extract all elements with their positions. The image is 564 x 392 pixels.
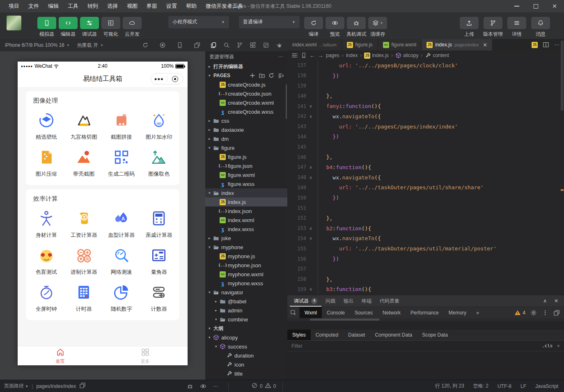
devtools-settings-button[interactable] [530, 309, 537, 316]
tree-item-@babel[interactable]: ▸ @babel [205, 297, 287, 306]
action-上传[interactable]: 上传 [457, 17, 481, 38]
devtools-scrollbar[interactable] [287, 318, 564, 321]
tool-计数器[interactable]: 计数器 [140, 279, 178, 316]
tool-随机数字[interactable]: 随机数字 [103, 279, 140, 316]
toggle-模拟器[interactable]: 模拟器 [36, 17, 57, 38]
editor-tab-figure.wxml[interactable]: <> figure.wxml [378, 39, 422, 50]
pages-plus-button[interactable] [249, 72, 256, 79]
tree-item-createQrcode.js[interactable]: JScreateQrcode.js [205, 80, 287, 89]
fold-chevron-icon[interactable]: ∨ [306, 114, 315, 119]
styles-tab-Scope Data[interactable]: Scope Data [417, 330, 453, 340]
activity-search[interactable] [223, 42, 230, 48]
tree-item-figure.wxml[interactable]: <>figure.wxml [205, 170, 287, 179]
devtools-menu-button[interactable] [542, 309, 548, 316]
status-JavaScript[interactable]: JavaScript [535, 383, 558, 389]
explorer-scrollbar[interactable] [286, 84, 287, 119]
tool-图片加水印[interactable]: 图片加水印 [140, 107, 178, 144]
tree-item-alicopy[interactable]: ▾ alicopy [205, 333, 287, 342]
tool-精选壁纸[interactable]: 精选壁纸 [28, 107, 65, 144]
tab-更多[interactable]: 更多 [103, 346, 188, 365]
statusbar-preview-icon[interactable] [200, 383, 206, 390]
tool-截图拼接[interactable]: 截图拼接 [103, 107, 140, 144]
activity-files[interactable] [210, 42, 217, 48]
crumb-pages[interactable]: pages [326, 53, 339, 58]
status-空格-2[interactable]: 空格: 2 [473, 383, 488, 390]
editor-scrollbar[interactable] [560, 39, 564, 273]
tree-item-myphone.js[interactable]: JSmyphone.js [205, 252, 287, 261]
pages-section[interactable]: ▾ PAGES [205, 71, 287, 80]
tree-item-myphone.wxml[interactable]: <>myphone.wxml [205, 270, 287, 279]
explorer-more-icon[interactable]: ⋯ [278, 54, 283, 60]
tree-item-combine[interactable]: ▾ combine [205, 315, 287, 324]
menu-视图[interactable]: 视图 [122, 0, 142, 12]
fold-chevron-icon[interactable]: ∨ [306, 165, 315, 170]
status-LF[interactable]: LF [520, 383, 526, 389]
sim-phone-button[interactable] [177, 42, 183, 48]
tree-item-myphone.wxss[interactable]: ʒmyphone.wxss [205, 279, 287, 288]
debugger-tab-调试器[interactable]: 调试器4 [290, 295, 321, 307]
devtools-tab-Memory[interactable]: Memory [444, 307, 471, 318]
tree-item-dm[interactable]: ▸ dm [205, 134, 287, 143]
tool-图像取色[interactable]: 图像取色 [140, 144, 178, 181]
tool-量角器[interactable]: 量角器 [140, 242, 178, 279]
sim-record-button[interactable] [159, 42, 166, 48]
tree-item-joke[interactable]: ▸ joke [205, 234, 287, 243]
tree-item-index.wxss[interactable]: ʒindex.wxss [205, 225, 287, 234]
wxml-element-tree[interactable] [287, 321, 564, 330]
action-详情[interactable]: 详情 [505, 17, 529, 38]
tree-item-createQrcode.wxss[interactable]: ʒcreateQrcode.wxss [205, 107, 287, 116]
devtools-more-tabs[interactable]: » [471, 307, 484, 318]
activity-extensions[interactable] [250, 42, 256, 48]
styles-tab-Component Data[interactable]: Component Data [370, 330, 417, 340]
tree-item-css[interactable]: ▸ css [205, 116, 287, 125]
editor-tab-figure.js[interactable]: JS figure.js [342, 39, 378, 50]
tree-item-index.json[interactable]: {..}index.json [205, 206, 287, 215]
toggle-云开发[interactable]: 云开发 [122, 17, 143, 38]
menu-编辑[interactable]: 编辑 [44, 0, 63, 12]
hot-reload-toggle[interactable]: 热重载 开 [77, 42, 98, 49]
sim-windows-button[interactable] [194, 42, 200, 48]
tool-网络测速[interactable]: 网络测速 [103, 242, 140, 279]
tree-item-createQrcode.json[interactable]: {..}createQrcode.json [205, 89, 287, 98]
tool-生成二维码[interactable]: 生成二维码 [103, 144, 140, 181]
toggle-可视化[interactable]: 可视化 [100, 17, 122, 38]
debugger-tab-代码质量[interactable]: 代码质量 [376, 295, 404, 307]
more-menu-button[interactable]: ●●● [151, 76, 167, 81]
fold-chevron-icon[interactable]: ∨ [306, 104, 315, 108]
sim-rotate-button[interactable] [142, 42, 149, 48]
tree-item-index.wxml[interactable]: <>index.wxml [205, 215, 287, 225]
tree-item-navigator[interactable]: ▾ navigator [205, 288, 287, 297]
action-真机调试[interactable]: 真机调试 [346, 17, 367, 38]
tree-item-figure.wxss[interactable]: ʒfigure.wxss [205, 179, 287, 188]
devtools-tab-Console[interactable]: Console [322, 307, 350, 318]
styles-tab-Dataset[interactable]: Dataset [343, 330, 370, 340]
action-消息[interactable]: 消息 [529, 17, 553, 38]
tree-item-icon[interactable]: icon [205, 360, 287, 369]
add-style-button[interactable]: + [557, 343, 560, 349]
pages-refresh-button[interactable] [268, 72, 275, 79]
action-编译[interactable]: 编译 [303, 17, 324, 38]
debugger-tab-输出[interactable]: 输出 [339, 295, 358, 307]
action-版本管理[interactable]: 版本管理 [481, 17, 505, 38]
devtools-tab-Wxml[interactable]: Wxml [300, 307, 322, 318]
minimize-button[interactable] [507, 0, 526, 12]
tool-带壳截图[interactable]: 带壳截图 [65, 144, 103, 181]
menu-微信开发者工具[interactable]: 微信开发者工具 [201, 0, 248, 12]
fold-chevron-icon[interactable]: ∨ [306, 226, 315, 231]
tool-计时器[interactable]: 计时器 [65, 279, 103, 316]
close-tab-icon[interactable]: ✕ [483, 42, 487, 48]
close-button[interactable]: ✕ [545, 0, 564, 12]
menu-转到[interactable]: 转到 [83, 0, 103, 12]
tool-亲戚计算器[interactable]: 亲戚计算器 [140, 205, 178, 242]
cls-button[interactable]: .cls [542, 343, 553, 348]
collapse-panel-button[interactable]: ∧ [543, 298, 547, 304]
crumb-index[interactable]: index [346, 53, 358, 58]
tool-血型计算器[interactable]: A 血型计算器 [103, 205, 140, 242]
mode-select[interactable]: 小程序模式▼ [168, 16, 229, 28]
toggle-调试器[interactable]: 调试器 [79, 17, 100, 38]
editor-tab-index.js[interactable]: JS index.js pages\index ✕ [422, 39, 493, 50]
tree-item-figure[interactable]: ▾ figure [205, 143, 287, 152]
nav-back-button[interactable]: ← [310, 52, 315, 59]
page-path-select[interactable]: 页面路径 ▼ [4, 383, 28, 390]
devtools-tab-Performance[interactable]: Performance [406, 307, 444, 318]
